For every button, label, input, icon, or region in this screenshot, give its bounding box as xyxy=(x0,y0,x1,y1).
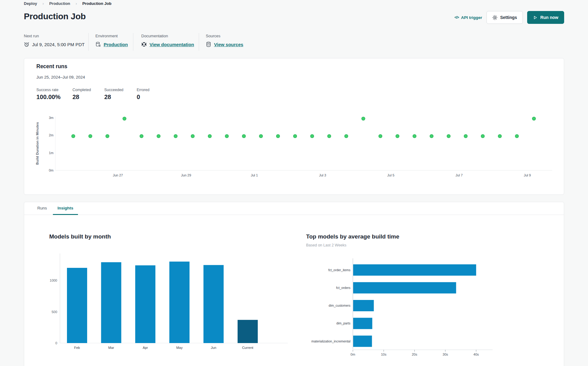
run-now-button[interactable]: Run now xyxy=(527,11,564,24)
build-duration-chart: Build Duration in Minutes0m1m2m3mJun 27J… xyxy=(31,114,566,179)
svg-text:500: 500 xyxy=(52,310,57,314)
svg-text:3m: 3m xyxy=(49,116,54,120)
meta-divider xyxy=(133,33,133,51)
svg-text:40s: 40s xyxy=(473,353,479,356)
svg-text:Current: Current xyxy=(242,346,253,349)
svg-text:30s: 30s xyxy=(443,353,448,356)
stat-value: 100.00% xyxy=(36,94,61,101)
svg-text:dim_customers: dim_customers xyxy=(329,304,350,307)
tab-insights[interactable]: Insights xyxy=(53,202,78,215)
alarm-clock-icon xyxy=(24,42,29,47)
environment-link[interactable]: Production xyxy=(104,42,128,47)
svg-text:Jun 29: Jun 29 xyxy=(181,173,191,177)
svg-text:May: May xyxy=(176,346,183,349)
stat-completed: Completed 28 xyxy=(72,88,91,101)
tab-runs[interactable]: Runs xyxy=(33,202,52,215)
environment-label: Environment xyxy=(95,34,128,38)
svg-text:10s: 10s xyxy=(381,353,386,356)
models-built-chart-title: Models built by month xyxy=(49,233,111,240)
svg-text:1000: 1000 xyxy=(50,279,57,282)
environment-icon xyxy=(95,42,101,47)
svg-text:2m: 2m xyxy=(49,133,54,137)
recent-runs-title: Recent runs xyxy=(36,63,67,70)
svg-text:Build Duration in Minutes: Build Duration in Minutes xyxy=(35,122,39,165)
svg-text:Jul 3: Jul 3 xyxy=(319,173,326,177)
page-title: Production Job xyxy=(24,12,86,21)
stat-value: 28 xyxy=(72,94,91,101)
models-built-by-month-chart: 05001000FebMarAprMayJunCurrent xyxy=(43,250,294,357)
recent-runs-date-range: Jun 25, 2024–Jul 09, 2024 xyxy=(36,75,85,79)
svg-text:materialization_incremental: materialization_incremental xyxy=(311,339,350,343)
settings-label: Settings xyxy=(500,15,517,20)
meta-sources: Sources View sources xyxy=(206,34,243,47)
recent-runs-card: Recent runs Jun 25, 2024–Jul 09, 2024 Su… xyxy=(24,58,564,195)
stat-label: Succeeded xyxy=(104,88,124,92)
breadcrumb-current: Production Job xyxy=(82,1,111,6)
play-icon xyxy=(533,15,538,20)
svg-text:Jul 1: Jul 1 xyxy=(251,173,258,177)
stat-label: Success rate xyxy=(36,88,61,92)
stat-errored: Errored 0 xyxy=(137,88,150,101)
api-trigger-link[interactable]: </> API trigger xyxy=(454,15,482,20)
meta-environment: Environment Production xyxy=(95,34,128,47)
run-now-label: Run now xyxy=(540,15,558,20)
svg-text:fct_order_items: fct_order_items xyxy=(328,268,350,272)
svg-text:0m: 0m xyxy=(350,353,355,356)
meta-next-run: Next run Jul 9, 2024, 5:00 PM PDT xyxy=(24,34,85,47)
svg-text:Jul 5: Jul 5 xyxy=(387,173,394,177)
view-sources-link[interactable]: View sources xyxy=(214,42,243,47)
header-actions: </> API trigger Settings Run now xyxy=(454,11,564,24)
svg-text:dim_parts: dim_parts xyxy=(336,321,350,325)
top-models-by-build-time-chart: 0m10s20s30s40sfct_order_itemsfct_ordersd… xyxy=(306,257,508,364)
svg-text:1m: 1m xyxy=(49,151,54,155)
breadcrumb-separator-icon: › xyxy=(43,1,44,6)
svg-text:20s: 20s xyxy=(412,353,417,356)
svg-text:Feb: Feb xyxy=(74,346,80,349)
breadcrumb-deploy[interactable]: Deploy xyxy=(24,1,37,6)
svg-text:Jul 9: Jul 9 xyxy=(524,173,531,177)
database-icon xyxy=(206,42,211,47)
view-documentation-link[interactable]: View documentation xyxy=(150,42,194,47)
api-trigger-label: API trigger xyxy=(461,15,482,20)
stat-success-rate: Success rate 100.00% xyxy=(36,88,61,101)
svg-text:Apr: Apr xyxy=(143,346,148,349)
next-run-label: Next run xyxy=(24,34,85,38)
gear-icon xyxy=(492,15,497,20)
sources-label: Sources xyxy=(206,34,243,38)
top-models-chart-title: Top models by average build time xyxy=(306,233,399,240)
svg-text:Jul 7: Jul 7 xyxy=(456,173,463,177)
meta-documentation: Documentation View documentation xyxy=(141,34,194,47)
next-run-value: Jul 9, 2024, 5:00 PM PDT xyxy=(32,42,85,47)
top-models-chart-subtitle: Based on Last 2 Weeks xyxy=(306,243,346,247)
svg-text:Jun: Jun xyxy=(211,346,216,349)
breadcrumb-separator-icon: › xyxy=(76,1,77,6)
documentation-label: Documentation xyxy=(141,34,194,38)
breadcrumb: Deploy › Production › Production Job xyxy=(24,1,111,6)
svg-text:fct_orders: fct_orders xyxy=(336,286,350,290)
meta-divider xyxy=(88,33,89,51)
tab-bar: Runs Insights xyxy=(24,202,564,215)
svg-text:Mar: Mar xyxy=(108,346,114,349)
meta-divider xyxy=(199,33,199,51)
svg-text:0m: 0m xyxy=(49,168,54,172)
settings-button[interactable]: Settings xyxy=(486,11,523,24)
code-icon: </> xyxy=(454,15,459,20)
insights-card: Runs Insights Models built by month 0500… xyxy=(24,202,564,366)
stat-value: 0 xyxy=(137,94,150,101)
svg-text:Jun 27: Jun 27 xyxy=(113,173,123,177)
svg-text:0: 0 xyxy=(55,341,57,345)
stat-label: Errored xyxy=(137,88,150,92)
dbt-docs-icon xyxy=(141,42,147,47)
stat-succeeded: Succeeded 28 xyxy=(104,88,124,101)
stat-value: 28 xyxy=(104,94,124,101)
stat-label: Completed xyxy=(72,88,91,92)
breadcrumb-production[interactable]: Production xyxy=(49,1,70,6)
